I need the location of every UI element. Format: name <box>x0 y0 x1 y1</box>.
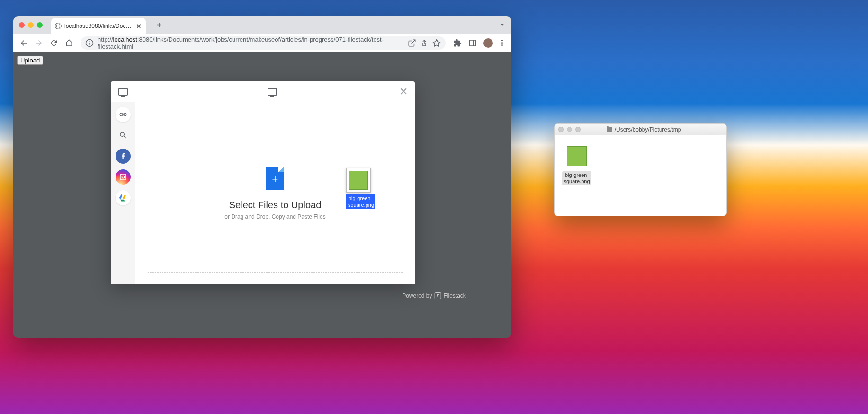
monitor-icon[interactable] <box>118 88 128 96</box>
finder-title: /Users/bobby/Pictures/tmp <box>584 126 723 133</box>
open-external-icon[interactable] <box>408 39 416 47</box>
modal-body: Select Files to Upload or Drag and Drop,… <box>111 102 415 284</box>
tab-title: localhost:8080/links/Documen <box>64 23 133 29</box>
share-icon[interactable] <box>420 39 429 47</box>
dragged-file-thumbnail <box>346 168 371 193</box>
folder-icon <box>607 127 612 132</box>
url-bar[interactable]: http://localhost:8080/links/Documents/wo… <box>81 36 446 50</box>
close-window-button[interactable] <box>19 22 25 28</box>
filestack-logo-icon: F <box>435 292 441 299</box>
file-thumbnail <box>564 143 590 169</box>
maximize-window-button[interactable] <box>37 22 43 28</box>
tab-close-button[interactable] <box>135 23 142 29</box>
finder-maximize-button[interactable] <box>575 127 581 132</box>
dropzone-subtitle: or Drag and Drop, Copy and Paste Files <box>224 213 325 220</box>
filestack-upload-modal: ✕ Select Files to Upload <box>111 81 415 284</box>
svg-rect-3 <box>469 40 476 46</box>
tabs-dropdown-button[interactable] <box>499 21 506 29</box>
link-source-button[interactable] <box>116 107 131 122</box>
dragged-file-label: big-green-square.png <box>346 194 375 209</box>
dropzone-center: Select Files to Upload or Drag and Drop,… <box>224 167 325 220</box>
new-tab-button[interactable]: + <box>153 19 165 31</box>
dropzone-area: Select Files to Upload or Drag and Drop,… <box>135 102 415 284</box>
window-controls <box>19 22 43 28</box>
toolbar-icons <box>453 38 505 48</box>
home-button[interactable] <box>63 36 76 50</box>
site-info-icon[interactable] <box>85 39 94 47</box>
globe-icon <box>55 23 62 29</box>
monitor-icon <box>268 88 277 96</box>
dropzone-title: Select Files to Upload <box>224 200 325 211</box>
facebook-source-button[interactable] <box>116 149 131 164</box>
finder-titlebar: /Users/bobby/Pictures/tmp <box>555 124 726 135</box>
instagram-source-button[interactable] <box>116 169 131 185</box>
finder-minimize-button[interactable] <box>567 127 572 132</box>
file-dropzone[interactable]: Select Files to Upload or Drag and Drop,… <box>147 114 403 273</box>
svg-point-6 <box>122 176 124 178</box>
minimize-window-button[interactable] <box>28 22 34 28</box>
dragged-file[interactable]: big-green-square.png <box>346 168 375 209</box>
filestack-brand-text: Filestack <box>444 292 466 299</box>
chrome-titlebar: localhost:8080/links/Documen + <box>13 16 511 34</box>
finder-path-text: /Users/bobby/Pictures/tmp <box>615 126 681 133</box>
forward-button[interactable] <box>32 36 45 50</box>
sidepanel-icon[interactable] <box>468 39 477 47</box>
reload-button[interactable] <box>47 36 61 50</box>
url-text: http://localhost:8080/links/Documents/wo… <box>98 36 404 50</box>
finder-body[interactable]: big-green-square.png <box>555 135 726 193</box>
modal-header: ✕ <box>111 81 415 102</box>
file-label: big-green-square.png <box>562 171 591 185</box>
powered-by-text: Powered by <box>402 292 432 299</box>
add-file-icon[interactable] <box>266 167 284 190</box>
back-button[interactable] <box>17 36 30 50</box>
googledrive-source-button[interactable] <box>116 190 131 205</box>
svg-point-7 <box>125 175 125 176</box>
search-source-button[interactable] <box>116 128 131 143</box>
chrome-menu-button[interactable] <box>500 38 505 48</box>
bookmark-star-icon[interactable] <box>432 39 441 47</box>
modal-close-button[interactable]: ✕ <box>398 86 409 97</box>
upload-button[interactable]: Upload <box>17 56 43 65</box>
finder-file-item[interactable]: big-green-square.png <box>562 143 591 185</box>
chrome-toolbar: http://localhost:8080/links/Documents/wo… <box>13 34 511 52</box>
finder-window: /Users/bobby/Pictures/tmp big-green-squa… <box>554 123 727 216</box>
finder-close-button[interactable] <box>558 127 564 132</box>
browser-tab[interactable]: localhost:8080/links/Documen <box>51 18 146 34</box>
source-sidebar <box>111 102 135 284</box>
extensions-icon[interactable] <box>453 39 462 47</box>
profile-avatar[interactable] <box>483 38 493 48</box>
modal-footer: Powered by F Filestack <box>402 292 466 299</box>
